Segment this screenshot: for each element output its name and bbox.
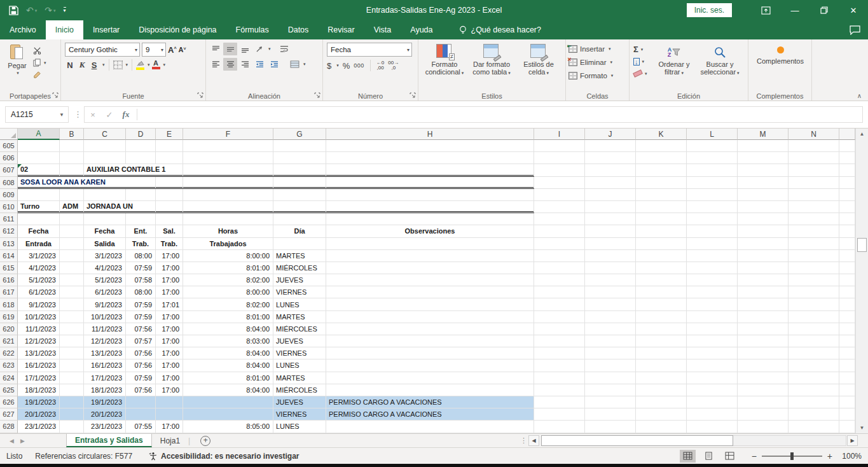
- cell-F621[interactable]: 8:03:00: [183, 335, 273, 347]
- cell-D627[interactable]: [126, 408, 156, 421]
- cell-I625[interactable]: [534, 384, 585, 396]
- decrease-indent-icon[interactable]: [252, 58, 266, 71]
- cell-N605[interactable]: [789, 140, 839, 152]
- cell-G614[interactable]: MARTES: [273, 250, 326, 262]
- cell-M609[interactable]: [738, 189, 789, 201]
- cell-J606[interactable]: [585, 152, 636, 164]
- cell-J626[interactable]: [585, 396, 636, 408]
- insert-cells-button[interactable]: ⇤ Insertar▾: [568, 42, 626, 55]
- customize-qat-icon[interactable]: ▾: [64, 7, 66, 13]
- cell-x613[interactable]: [839, 238, 855, 250]
- column-header-C[interactable]: C: [84, 129, 126, 140]
- accessibility-status[interactable]: Accesibilidad: es necesario investigar: [149, 452, 299, 461]
- cell-B615[interactable]: [60, 262, 84, 274]
- row-header-620[interactable]: 620: [0, 323, 18, 335]
- cell-C613[interactable]: Salida: [84, 238, 126, 250]
- cell-K623[interactable]: [636, 359, 687, 372]
- cell-L626[interactable]: [687, 396, 738, 408]
- restore-button[interactable]: [809, 0, 839, 20]
- minimize-button[interactable]: —: [780, 0, 809, 20]
- format-painter-button[interactable]: [32, 69, 48, 81]
- save-icon[interactable]: [9, 6, 18, 15]
- cell-A619[interactable]: 10/1/2023: [18, 311, 60, 323]
- cell-J610[interactable]: [585, 201, 636, 213]
- cell-H609[interactable]: [326, 189, 534, 201]
- currency-format-icon[interactable]: $: [327, 61, 331, 71]
- cell-A627[interactable]: 20/1/2023: [18, 408, 60, 421]
- hscroll-right-icon[interactable]: ▶: [847, 435, 858, 446]
- cell-I617[interactable]: [534, 286, 585, 298]
- cell-K605[interactable]: [636, 140, 687, 152]
- cell-H628[interactable]: [326, 421, 534, 433]
- cell-x617[interactable]: [839, 286, 855, 298]
- cell-F605[interactable]: [183, 140, 273, 152]
- cell-E620[interactable]: 17:00: [156, 323, 183, 335]
- cell-B624[interactable]: [60, 372, 84, 384]
- cell-C606[interactable]: [84, 152, 126, 164]
- cell-H620[interactable]: [326, 323, 534, 335]
- cell-N624[interactable]: [789, 372, 839, 384]
- cell-N619[interactable]: [789, 311, 839, 323]
- cell-A628[interactable]: 23/1/2023: [18, 421, 60, 433]
- cell-E618[interactable]: 17:01: [156, 298, 183, 310]
- cell-N621[interactable]: [789, 335, 839, 347]
- column-header-B[interactable]: B: [60, 129, 84, 140]
- sheet-tab-hoja1[interactable]: Hoja1: [152, 434, 188, 447]
- cell-B609[interactable]: [60, 189, 84, 201]
- cell-B620[interactable]: [60, 323, 84, 335]
- cell-C618[interactable]: 9/1/2023: [84, 298, 126, 310]
- cell-H614[interactable]: [326, 250, 534, 262]
- cell-A615[interactable]: 4/1/2023: [18, 262, 60, 274]
- cell-F615[interactable]: 8:01:00: [183, 262, 273, 274]
- cell-x624[interactable]: [839, 372, 855, 384]
- tell-me-search[interactable]: ¿Qué desea hacer?: [459, 20, 542, 39]
- cell-x610[interactable]: [839, 201, 855, 213]
- cell-E622[interactable]: 17:00: [156, 347, 183, 359]
- cell-J619[interactable]: [585, 311, 636, 323]
- cell-L608[interactable]: [687, 177, 738, 189]
- cell-L619[interactable]: [687, 311, 738, 323]
- row-header-623[interactable]: 623: [0, 359, 18, 372]
- cell-L609[interactable]: [687, 189, 738, 201]
- cell-C628[interactable]: 23/1/2023: [84, 421, 126, 433]
- cell-I612[interactable]: [534, 225, 585, 237]
- cell-N610[interactable]: [789, 201, 839, 213]
- row-header-611[interactable]: 611: [0, 213, 18, 225]
- merge-center-icon[interactable]: [287, 58, 301, 71]
- cell-A616[interactable]: 5/1/2023: [18, 274, 60, 286]
- cell-G625[interactable]: MIÉRCOLES: [273, 384, 326, 396]
- orientation-icon[interactable]: [252, 43, 266, 55]
- cell-B617[interactable]: [60, 286, 84, 298]
- cell-D619[interactable]: 07:59: [126, 311, 156, 323]
- cell-x606[interactable]: [839, 152, 855, 164]
- cell-F620[interactable]: 8:04:00: [183, 323, 273, 335]
- cell-J613[interactable]: [585, 238, 636, 250]
- cell-A614[interactable]: 3/1/2023: [18, 250, 60, 262]
- cell-H606[interactable]: [326, 152, 534, 164]
- cell-M617[interactable]: [738, 286, 789, 298]
- row-header-619[interactable]: 619: [0, 311, 18, 323]
- cell-E619[interactable]: 17:00: [156, 311, 183, 323]
- cell-A611[interactable]: [18, 213, 60, 225]
- cell-I614[interactable]: [534, 250, 585, 262]
- cell-M606[interactable]: [738, 152, 789, 164]
- collapse-ribbon-icon[interactable]: ∧: [857, 92, 862, 99]
- cell-J621[interactable]: [585, 335, 636, 347]
- format-as-table-button[interactable]: Dar formato como tabla▾: [468, 42, 515, 90]
- cell-E626[interactable]: [156, 396, 183, 408]
- cell-E621[interactable]: 17:00: [156, 335, 183, 347]
- cell-C621[interactable]: 12/1/2023: [84, 335, 126, 347]
- decrease-font-icon[interactable]: A˅: [178, 46, 186, 53]
- cell-N625[interactable]: [789, 384, 839, 396]
- cell-x611[interactable]: [839, 213, 855, 225]
- page-break-view-icon[interactable]: [722, 450, 738, 463]
- cell-M613[interactable]: [738, 238, 789, 250]
- cell-B623[interactable]: [60, 359, 84, 372]
- row-header-613[interactable]: 613: [0, 238, 18, 250]
- row-header-626[interactable]: 626: [0, 396, 18, 408]
- cell-A608[interactable]: SOSA LOOR ANA KAREN: [18, 177, 156, 189]
- row-header-609[interactable]: 609: [0, 189, 18, 201]
- row-header-621[interactable]: 621: [0, 335, 18, 347]
- cell-E611[interactable]: [156, 213, 183, 225]
- cell-x619[interactable]: [839, 311, 855, 323]
